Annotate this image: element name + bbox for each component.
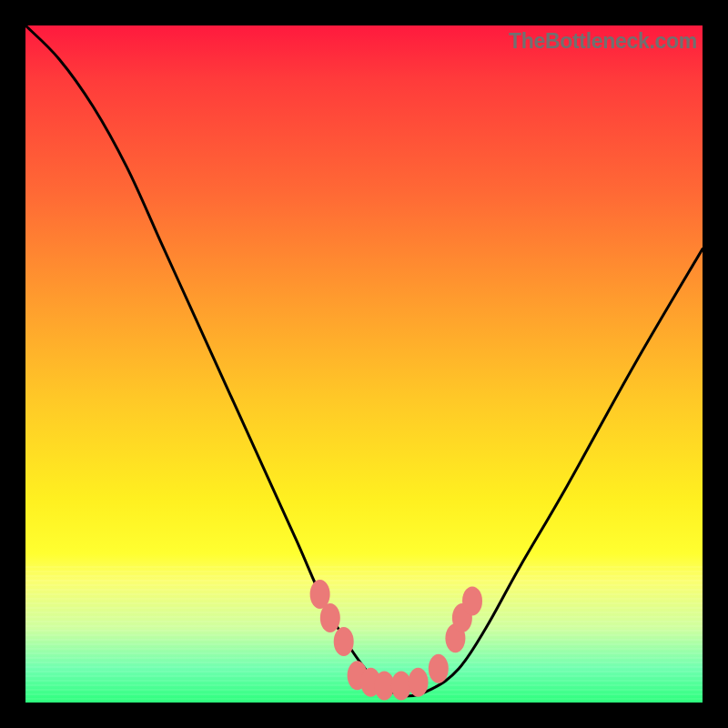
marker-blob (391, 671, 411, 700)
marker-blob (320, 603, 340, 632)
curve-svg (25, 25, 703, 703)
bottleneck-curve (25, 25, 703, 696)
curve-markers (310, 580, 482, 700)
plot-area: TheBottleneck.com (25, 25, 703, 703)
marker-blob (334, 627, 354, 656)
marker-blob (429, 654, 449, 683)
chart-frame: TheBottleneck.com (0, 0, 728, 728)
marker-blob (462, 586, 482, 615)
marker-blob (409, 668, 429, 697)
watermark-text: TheBottleneck.com (509, 29, 697, 54)
